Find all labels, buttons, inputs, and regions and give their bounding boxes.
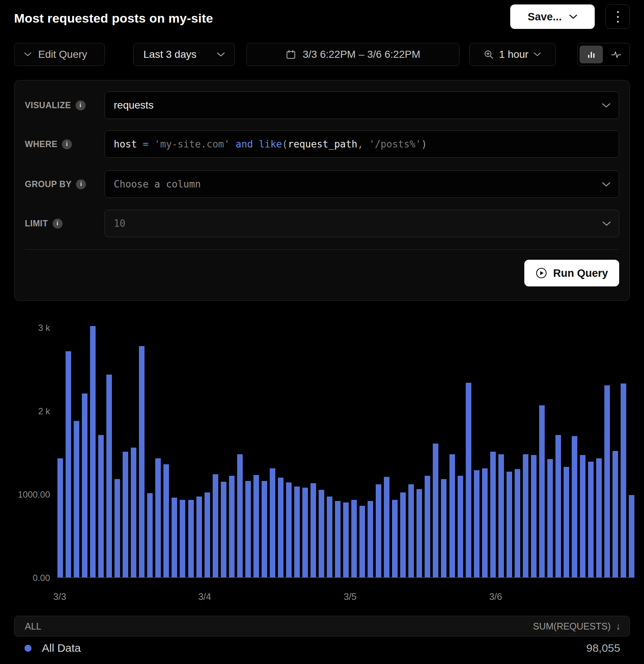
chart-bar — [384, 477, 389, 577]
time-range-dropdown[interactable]: Last 3 days — [133, 43, 235, 66]
chart-bar — [213, 474, 218, 577]
chart-bar — [621, 384, 626, 577]
bar-chart-icon — [586, 49, 597, 60]
column-header-all: ALL — [25, 621, 41, 632]
chart-bar — [531, 455, 537, 577]
group-by-label-group: GROUP BY i — [25, 179, 104, 189]
where-expression-input[interactable]: host = 'my-site.com' and like(request_pa… — [104, 130, 619, 158]
info-icon[interactable]: i — [53, 219, 63, 229]
chart-bar — [335, 501, 341, 577]
chart-bar — [188, 500, 194, 577]
table-row-all-data[interactable]: All Data 98,055 — [14, 637, 630, 660]
chart-bar — [172, 498, 177, 577]
chart-bars[interactable] — [57, 319, 635, 578]
y-axis-tick-label: 0.00 — [33, 573, 50, 583]
play-icon — [535, 267, 547, 279]
series-sum-value: 98,055 — [586, 642, 620, 654]
chart-bar — [278, 478, 283, 577]
chevron-down-icon — [602, 221, 610, 226]
calendar-icon — [286, 49, 296, 60]
kebab-dot — [617, 21, 619, 23]
chart-bar — [629, 495, 634, 577]
bar-chart-toggle[interactable] — [580, 46, 603, 63]
chart-bar — [327, 497, 332, 577]
zoom-in-icon — [484, 49, 494, 60]
granularity-dropdown[interactable]: 1 hour — [469, 43, 556, 66]
chart-bar — [458, 476, 463, 577]
chart-bar — [114, 479, 120, 577]
chart-bar — [66, 351, 71, 577]
chart-bar — [351, 500, 357, 577]
chart-bar — [564, 467, 569, 577]
limit-input[interactable] — [104, 210, 619, 237]
group-by-row: GROUP BY i Choose a column — [25, 170, 619, 198]
series-legend-dot — [24, 645, 31, 652]
run-query-button[interactable]: Run Query — [524, 260, 619, 286]
granularity-label: 1 hour — [499, 49, 528, 60]
chart-bar — [425, 476, 430, 577]
more-options-button[interactable] — [605, 4, 630, 29]
column-header-sum-requests[interactable]: SUM(REQUESTS) ↓ — [533, 621, 621, 632]
chart-bar — [482, 468, 488, 577]
toolbar: Edit Query Last 3 days 3/3 6:22PM – 3/6 … — [14, 43, 630, 66]
chevron-down-icon — [534, 52, 542, 57]
chevron-down-icon — [217, 52, 225, 57]
sort-desc-icon: ↓ — [616, 621, 621, 632]
chart-bar — [343, 502, 349, 577]
where-row: WHERE i host = 'my-site.com' and like(re… — [25, 130, 619, 158]
chart-bar — [82, 394, 87, 577]
chart-bar — [155, 458, 161, 577]
page-title: Most requested posts on my-site — [14, 11, 213, 26]
kebab-dot — [617, 11, 619, 13]
edit-query-toggle[interactable]: Edit Query — [14, 43, 105, 66]
limit-label: LIMIT — [25, 219, 48, 229]
x-axis-tick-label: 3/3 — [53, 591, 66, 602]
group-by-select[interactable]: Choose a column — [104, 170, 619, 198]
date-range-picker[interactable]: 3/3 6:22PM – 3/6 6:22PM — [246, 43, 459, 66]
info-icon[interactable]: i — [76, 100, 86, 110]
chart-bar — [90, 326, 96, 577]
sum-requests-label: SUM(REQUESTS) — [533, 621, 611, 632]
chart-bar — [523, 454, 528, 577]
chevron-down-icon — [24, 52, 32, 57]
chart-bar — [604, 385, 610, 577]
chart-bar — [359, 506, 365, 577]
chart-bar — [196, 497, 202, 577]
info-icon[interactable]: i — [76, 179, 86, 189]
chart-bar — [507, 472, 512, 577]
visualize-row: VISUALIZE i requests — [25, 92, 619, 119]
series-name: All Data — [42, 642, 81, 654]
visualize-value: requests — [114, 99, 153, 111]
requests-bar-chart: 3 k2 k1000.000.00 3/33/43/53/6 — [0, 319, 644, 611]
chart-bar — [441, 479, 447, 577]
kebab-dot — [617, 16, 619, 18]
line-chart-toggle[interactable] — [604, 46, 628, 63]
x-axis-tick-label: 3/5 — [344, 591, 357, 602]
chart-bar — [613, 451, 618, 577]
y-axis-tick-label: 1000.00 — [18, 489, 50, 500]
chart-bar — [123, 452, 128, 577]
save-button-label: Save... — [528, 11, 562, 23]
date-range-label: 3/3 6:22PM – 3/6 6:22PM — [303, 49, 421, 60]
query-panel: VISUALIZE i requests WHERE i host = 'my-… — [14, 80, 630, 301]
chart-bar — [449, 454, 455, 577]
panel-divider — [25, 249, 619, 250]
chevron-down-icon — [602, 103, 610, 108]
where-label-group: WHERE i — [25, 139, 104, 149]
chart-bar — [294, 487, 300, 577]
chart-bar — [466, 383, 471, 577]
visualize-select[interactable]: requests — [104, 92, 619, 119]
query-builder-page: Most requested posts on my-site Save... … — [0, 0, 644, 664]
info-icon[interactable]: i — [62, 139, 72, 149]
chart-bar — [539, 405, 545, 577]
chart-bar — [416, 489, 422, 577]
save-button[interactable]: Save... — [510, 4, 595, 29]
chart-bar — [515, 469, 520, 577]
line-chart-icon — [611, 49, 621, 60]
chart-bar — [253, 475, 259, 577]
results-table-header: ALL SUM(REQUESTS) ↓ — [14, 616, 630, 637]
chart-bar — [368, 501, 373, 577]
x-axis-tick-label: 3/4 — [198, 591, 211, 602]
chart-bar — [139, 346, 145, 577]
chart-bar — [229, 476, 235, 577]
